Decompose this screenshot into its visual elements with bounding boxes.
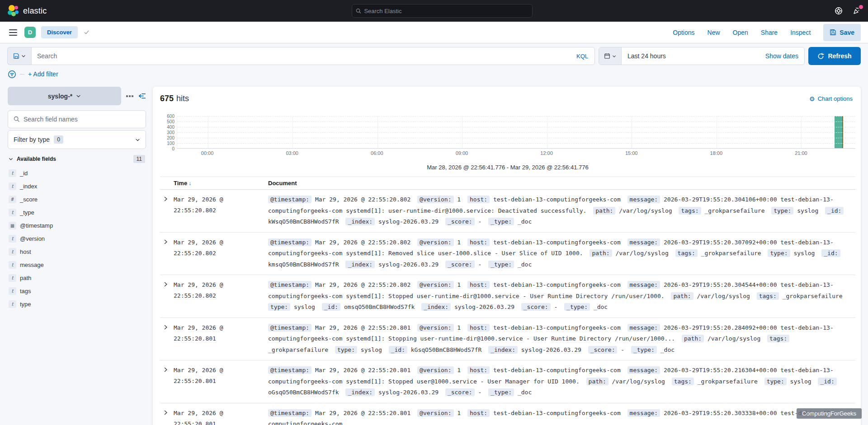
available-fields-header[interactable]: Available fields 11 <box>8 155 146 163</box>
time-range-value[interactable]: Last 24 hours <box>622 52 666 60</box>
filter-icon[interactable] <box>8 70 16 79</box>
doc-field-name[interactable]: host: <box>467 196 490 203</box>
doc-field-name[interactable]: @timestamp: <box>268 324 311 332</box>
doc-field-name[interactable]: tags: <box>757 292 779 300</box>
field-item[interactable]: t host <box>8 245 146 258</box>
doc-field-name[interactable]: message: <box>627 366 660 374</box>
doc-field-name[interactable]: _type: <box>631 346 657 354</box>
field-item[interactable]: t path <box>8 271 146 285</box>
doc-field-name[interactable]: message: <box>627 324 660 332</box>
doc-field-name[interactable]: _id: <box>825 207 844 215</box>
doc-field-name[interactable]: @version: <box>417 281 453 289</box>
doc-field-name[interactable]: @version: <box>417 366 453 374</box>
doc-field-name[interactable]: message: <box>627 238 660 246</box>
global-search-input[interactable] <box>364 8 528 14</box>
doc-field-name[interactable]: _score: <box>445 388 475 396</box>
newsfeed-icon[interactable] <box>853 7 861 15</box>
doc-field-name[interactable]: @timestamp: <box>268 238 311 246</box>
doc-field-name[interactable]: _index: <box>345 261 375 268</box>
show-dates-link[interactable]: Show dates <box>765 52 804 60</box>
space-avatar[interactable]: D <box>24 27 36 38</box>
doc-field-name[interactable]: _id: <box>821 249 840 257</box>
doc-field-name[interactable]: host: <box>467 409 490 417</box>
doc-field-name[interactable]: _type: <box>488 388 514 396</box>
doc-field-name[interactable]: type: <box>335 346 357 354</box>
doc-field-name[interactable]: type: <box>771 207 793 215</box>
doc-field-name[interactable]: message: <box>627 281 660 289</box>
field-item[interactable]: t @version <box>8 232 146 245</box>
expand-row-icon[interactable] <box>163 410 169 416</box>
doc-field-name[interactable]: message: <box>627 409 660 417</box>
field-item[interactable]: t type <box>8 298 146 311</box>
expand-row-icon[interactable] <box>163 324 169 330</box>
doc-field-name[interactable]: type: <box>764 378 787 385</box>
saved-query-menu-button[interactable] <box>7 47 31 65</box>
field-item[interactable]: t _index <box>8 180 146 193</box>
doc-field-name[interactable]: @version: <box>417 238 453 246</box>
global-search[interactable] <box>352 4 533 18</box>
doc-field-name[interactable]: _type: <box>488 261 514 268</box>
doc-field-name[interactable]: type: <box>768 249 790 257</box>
doc-field-name[interactable]: path: <box>671 292 693 300</box>
refresh-button[interactable]: Refresh <box>808 47 861 65</box>
nav-link[interactable]: Inspect <box>790 29 811 36</box>
doc-field-name[interactable]: _index: <box>345 388 375 396</box>
filter-by-type[interactable]: Filter by type 0 <box>8 130 146 149</box>
doc-field-name[interactable]: _score: <box>445 261 475 268</box>
doc-field-name[interactable]: @timestamp: <box>268 409 311 417</box>
doc-field-name[interactable]: tags: <box>767 335 789 342</box>
field-search-input[interactable] <box>24 116 140 123</box>
doc-field-name[interactable]: @version: <box>417 324 453 332</box>
doc-field-name[interactable]: host: <box>467 366 490 374</box>
doc-field-name[interactable]: host: <box>467 324 490 332</box>
field-item[interactable]: t _id <box>8 167 146 180</box>
doc-field-name[interactable]: @version: <box>417 409 453 417</box>
doc-field-name[interactable]: path: <box>586 378 609 385</box>
expand-row-icon[interactable] <box>163 196 169 202</box>
index-options-icon[interactable] <box>125 94 134 98</box>
menu-icon[interactable] <box>7 27 19 38</box>
field-item[interactable]: t tags <box>8 285 146 298</box>
collapse-sidebar-icon[interactable] <box>138 92 146 100</box>
doc-field-name[interactable]: @timestamp: <box>268 196 311 203</box>
kql-button[interactable]: KQL <box>572 50 593 62</box>
doc-field-name[interactable]: path: <box>682 335 704 342</box>
doc-field-name[interactable]: host: <box>467 281 490 289</box>
field-item[interactable]: # _score <box>8 193 146 206</box>
add-filter-link[interactable]: + Add filter <box>28 70 58 78</box>
field-item[interactable]: t _type <box>8 206 146 219</box>
expand-row-icon[interactable] <box>163 281 169 287</box>
doc-field-name[interactable]: host: <box>467 238 490 246</box>
doc-field-name[interactable]: _index: <box>345 218 375 225</box>
index-pattern-selector[interactable]: syslog-* <box>8 87 121 105</box>
nav-link[interactable]: Open <box>733 29 748 36</box>
time-column-header[interactable]: Time↓ <box>174 180 268 187</box>
query-input[interactable] <box>37 52 572 60</box>
doc-field-name[interactable]: @timestamp: <box>268 281 311 289</box>
doc-field-name[interactable]: tags: <box>672 378 694 385</box>
doc-field-name[interactable]: _type: <box>488 218 514 225</box>
nav-link[interactable]: Options <box>673 29 694 36</box>
doc-field-name[interactable]: tags: <box>679 207 701 215</box>
expand-row-icon[interactable] <box>163 367 169 373</box>
doc-field-name[interactable]: _score: <box>588 346 618 354</box>
nav-link[interactable]: New <box>708 29 720 36</box>
nav-link[interactable]: Share <box>761 29 778 36</box>
breadcrumb-discover[interactable]: Discover <box>41 26 78 38</box>
expand-row-icon[interactable] <box>163 239 169 245</box>
field-item[interactable]: ▦ @timestamp <box>8 219 146 232</box>
doc-field-name[interactable]: path: <box>590 249 612 257</box>
doc-field-name[interactable]: @timestamp: <box>268 366 311 374</box>
doc-field-name[interactable]: _score: <box>445 218 475 225</box>
field-item[interactable]: t message <box>8 258 146 271</box>
save-button[interactable]: Save <box>823 24 861 41</box>
doc-field-name[interactable]: _id: <box>818 378 836 385</box>
help-icon[interactable] <box>835 7 843 15</box>
doc-field-name[interactable]: message: <box>627 196 660 203</box>
doc-field-name[interactable]: _type: <box>564 303 590 311</box>
chart-options-button[interactable]: ⚙ Chart options <box>809 95 853 102</box>
doc-field-name[interactable]: _id: <box>389 346 407 354</box>
calendar-menu-button[interactable] <box>599 47 622 65</box>
doc-field-name[interactable]: tags: <box>675 249 698 257</box>
doc-field-name[interactable]: _id: <box>322 303 340 311</box>
